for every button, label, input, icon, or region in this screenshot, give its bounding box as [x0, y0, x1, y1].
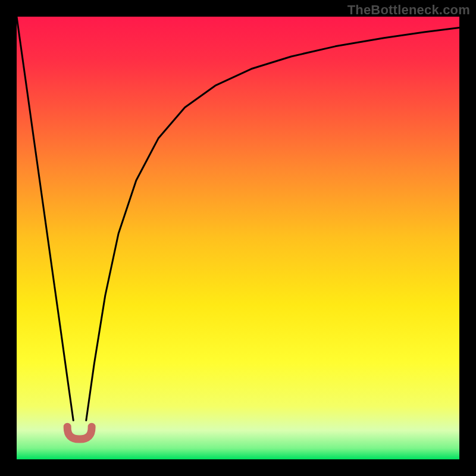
watermark-text: TheBottleneck.com: [347, 2, 470, 18]
plot-svg: [17, 17, 459, 459]
plot-area: [17, 17, 459, 459]
chart-frame: TheBottleneck.com: [0, 0, 476, 476]
gradient-background: [17, 17, 459, 459]
